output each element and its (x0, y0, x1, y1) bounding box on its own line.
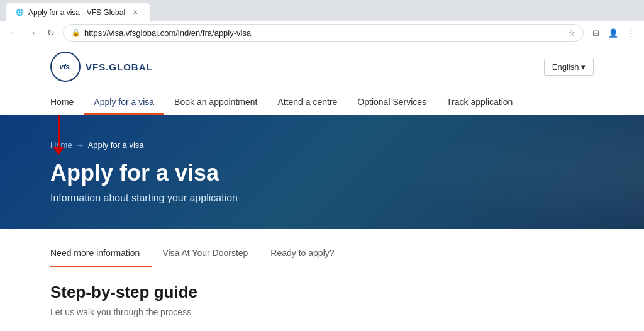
reload-button[interactable]: ↻ (43, 25, 59, 41)
nav-item-home[interactable]: Home (50, 89, 84, 115)
cursor-line (58, 115, 60, 150)
nav-item-appointment[interactable]: Book an appointment (164, 89, 267, 115)
browser-action-buttons: ⊞ 👤 ⋮ (587, 25, 639, 41)
language-label: English ▾ (552, 62, 586, 72)
hero-title: Apply for a visa (50, 160, 594, 186)
logo-area: vfs. VFS.GLOBAL (50, 52, 153, 82)
header-top: vfs. VFS.GLOBAL English ▾ (50, 44, 594, 89)
website-content: vfs. VFS.GLOBAL English ▾ Home Apply for… (0, 44, 644, 317)
tab-need-info[interactable]: Need more information (50, 242, 152, 267)
hero-subtitle: Information about starting your applicat… (50, 193, 594, 204)
tab-doorstep[interactable]: Visa At Your Doorstep (162, 242, 260, 267)
nav-buttons: ← → ↻ (5, 25, 59, 41)
browser-tab-bar: 🌐 Apply for a visa - VFS Global ✕ (0, 0, 644, 21)
bookmark-icon: ☆ (568, 28, 575, 38)
brand-name: VFS.GLOBAL (86, 62, 153, 72)
tab-close-button[interactable]: ✕ (130, 8, 140, 18)
forward-button[interactable]: → (24, 25, 40, 41)
hero-banner: Home → Apply for a visa Apply for a visa… (0, 115, 644, 229)
tab-favicon: 🌐 (16, 9, 23, 16)
tab-ready[interactable]: Ready to apply? (270, 242, 347, 267)
menu-button[interactable]: ⋮ (623, 25, 639, 41)
section-subtitle: Let us walk you through the process (50, 307, 594, 317)
nav-item-track[interactable]: Track application (436, 89, 523, 115)
language-button[interactable]: English ▾ (544, 59, 594, 76)
active-tab[interactable]: 🌐 Apply for a visa - VFS Global ✕ (5, 3, 151, 21)
lock-icon: 🔒 (71, 28, 80, 37)
logo-icon-text: vfs. (60, 63, 72, 70)
nav-item-apply[interactable]: Apply for a visa (84, 89, 164, 115)
breadcrumb-separator: → (76, 140, 84, 150)
profile-button[interactable]: 👤 (605, 25, 621, 41)
site-header: vfs. VFS.GLOBAL English ▾ Home Apply for… (0, 44, 644, 115)
address-bar[interactable]: 🔒 https://visa.vfsglobal.com/ind/en/fra/… (63, 24, 584, 42)
tab-title: Apply for a visa - VFS Global (28, 8, 125, 17)
nav-item-attend[interactable]: Attend a centre (267, 89, 347, 115)
content-area: Need more information Visa At Your Doors… (0, 229, 644, 317)
section-title: Step-by-step guide (50, 283, 594, 302)
content-tabs: Need more information Visa At Your Doors… (50, 229, 594, 267)
main-navigation: Home Apply for a visa Book an appointmen… (50, 89, 594, 115)
back-button[interactable]: ← (5, 25, 21, 41)
nav-item-optional[interactable]: Optional Services (347, 89, 436, 115)
browser-toolbar: ← → ↻ 🔒 https://visa.vfsglobal.com/ind/e… (0, 21, 644, 44)
extensions-button[interactable]: ⊞ (587, 25, 604, 41)
cursor-arrow-head (53, 147, 64, 155)
url-text: https://visa.vfsglobal.com/ind/en/fra/ap… (84, 28, 564, 38)
logo-icon: vfs. (50, 52, 80, 82)
breadcrumb: Home → Apply for a visa (50, 140, 594, 150)
breadcrumb-current: Apply for a visa (88, 140, 144, 150)
